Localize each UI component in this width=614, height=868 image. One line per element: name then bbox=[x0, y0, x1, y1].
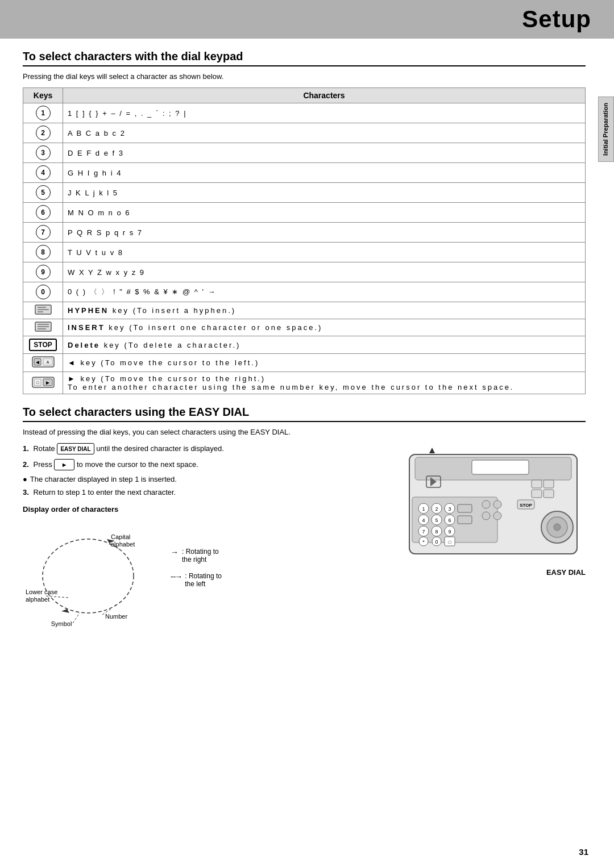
section2-body: 1. Rotate EASY DIAL until the desired ch… bbox=[23, 443, 586, 633]
svg-point-61 bbox=[482, 500, 490, 508]
char-cell: Delete key (To delete a character.) bbox=[63, 336, 586, 354]
svg-text:1: 1 bbox=[422, 506, 425, 512]
table-row: 2A B C a b c 2 bbox=[23, 123, 586, 143]
char-cell: 1 [ ] { } + – / = , . _ ` : ; ? | bbox=[63, 103, 586, 123]
steps-list: 1. Rotate EASY DIAL until the desired ch… bbox=[23, 443, 381, 496]
svg-text:►: ► bbox=[45, 379, 51, 386]
table-row: INSERT key (To insert one character or o… bbox=[23, 319, 586, 336]
table-row: 00 ( ) 〈 〉 ! " # $ % & ¥ ∗ @ ^ ' → bbox=[23, 282, 586, 302]
key-cell: 1 bbox=[23, 103, 63, 123]
svg-text:9: 9 bbox=[448, 529, 451, 535]
svg-text:*: * bbox=[422, 539, 425, 545]
page-title: Setup bbox=[0, 6, 591, 33]
svg-text:0: 0 bbox=[435, 539, 438, 545]
svg-text:5: 5 bbox=[435, 518, 438, 523]
section2-left: 1. Rotate EASY DIAL until the desired ch… bbox=[23, 443, 381, 633]
key-cell: 9 bbox=[23, 262, 63, 282]
rotating-left-label: : Rotating tothe left bbox=[185, 572, 222, 588]
svg-rect-38 bbox=[458, 504, 472, 512]
page-header: Setup bbox=[0, 0, 614, 39]
legend-right: → : Rotating tothe right bbox=[171, 548, 222, 564]
step-3: 3. Return to step 1 to enter the next ch… bbox=[23, 488, 381, 496]
svg-point-62 bbox=[493, 500, 501, 508]
svg-point-64 bbox=[493, 512, 501, 520]
device-diagram: 1 2 3 4 5 6 bbox=[404, 443, 586, 568]
key-cell: 6 bbox=[23, 203, 63, 223]
arrow-right-key: ► bbox=[54, 459, 74, 470]
char-cell: P Q R S p q r s 7 bbox=[63, 223, 586, 243]
key-cell: 7 bbox=[23, 223, 63, 243]
section2-title: To select characters using the EASY DIAL bbox=[23, 406, 586, 422]
char-cell: 0 ( ) 〈 〉 ! " # $ % & ¥ ∗ @ ^ ' → bbox=[63, 282, 586, 302]
table-row: 3D E F d e f 3 bbox=[23, 143, 586, 163]
svg-text:6: 6 bbox=[448, 518, 451, 523]
svg-rect-67 bbox=[532, 490, 542, 498]
svg-text:3: 3 bbox=[448, 506, 451, 512]
table-row: 9W X Y Z w x y z 9 bbox=[23, 262, 586, 282]
svg-text:2: 2 bbox=[435, 506, 438, 512]
arrow-left-dashed-icon: - -→ bbox=[171, 572, 181, 581]
number-label: Number bbox=[105, 613, 127, 620]
step-1: 1. Rotate EASY DIAL until the desired ch… bbox=[23, 443, 381, 454]
char-cell: D E F d e f 3 bbox=[63, 143, 586, 163]
char-cell: HYPHEN key (To insert a hyphen.) bbox=[63, 302, 586, 319]
svg-text:□: □ bbox=[449, 540, 451, 545]
section2-right: 1 2 3 4 5 6 bbox=[392, 443, 586, 633]
svg-marker-30 bbox=[429, 448, 435, 453]
svg-marker-20 bbox=[61, 609, 69, 613]
svg-text:◄: ◄ bbox=[35, 359, 40, 365]
svg-line-26 bbox=[73, 613, 80, 623]
svg-rect-45 bbox=[458, 516, 472, 524]
svg-text:STOP: STOP bbox=[520, 503, 532, 508]
table-row: 11 [ ] { } + – / = , . _ ` : ; ? | bbox=[23, 103, 586, 123]
char-cell: G H I g h i 4 bbox=[63, 163, 586, 183]
easy-dial-key: EASY DIAL bbox=[57, 443, 94, 454]
key-cell: 5 bbox=[23, 183, 63, 203]
svg-text:A: A bbox=[46, 360, 49, 364]
display-order-title: Display order of characters bbox=[23, 505, 381, 514]
char-cell: ◄ key (To move the cursor to the left.) bbox=[63, 354, 586, 372]
section2: To select characters using the EASY DIAL… bbox=[23, 406, 586, 633]
svg-rect-65 bbox=[532, 480, 542, 488]
lower-case-label: Lower case bbox=[26, 589, 57, 595]
char-diagram-area: Capital alphabet Number Lower case alpha… bbox=[23, 519, 381, 633]
char-cell: W X Y Z w x y z 9 bbox=[63, 262, 586, 282]
char-cell: M N O m n o 6 bbox=[63, 203, 586, 223]
char-cell: A B C a b c 2 bbox=[63, 123, 586, 143]
capital-label: Capital bbox=[111, 533, 130, 540]
svg-rect-29 bbox=[472, 460, 529, 474]
svg-text:alphabet: alphabet bbox=[26, 596, 49, 603]
char-cell: ► key (To move the cursor to the right.)… bbox=[63, 372, 586, 394]
svg-text:8: 8 bbox=[435, 529, 438, 535]
arrow-right-icon: → bbox=[171, 548, 179, 557]
char-cell: INSERT key (To insert one character or o… bbox=[63, 319, 586, 336]
table-row: 4G H I g h i 4 bbox=[23, 163, 586, 183]
table-row: STOPDelete key (To delete a character.) bbox=[23, 336, 586, 354]
table-row: ◄A◄ key (To move the cursor to the left.… bbox=[23, 354, 586, 372]
table-header-keys: Keys bbox=[23, 88, 63, 103]
svg-point-18 bbox=[43, 539, 134, 613]
char-cell: T U V t u v 8 bbox=[63, 243, 586, 262]
page-number: 31 bbox=[579, 847, 588, 857]
key-cell: 4 bbox=[23, 163, 63, 183]
side-tab-initial-prep: Initial Preparation bbox=[598, 97, 614, 162]
diagram-legend: → : Rotating tothe right - -→ : Rotating… bbox=[171, 548, 222, 588]
svg-rect-68 bbox=[544, 490, 554, 498]
table-row: 7P Q R S p q r s 7 bbox=[23, 223, 586, 243]
table-row: HYPHEN key (To insert a hyphen.) bbox=[23, 302, 586, 319]
section2-intro: Instead of pressing the dial keys, you c… bbox=[23, 428, 586, 436]
svg-text:4: 4 bbox=[422, 518, 425, 523]
section1-subtitle: Pressing the dial keys will select a cha… bbox=[23, 72, 586, 81]
main-content: To select characters with the dial keypa… bbox=[0, 39, 614, 644]
key-cell bbox=[23, 302, 63, 319]
key-cell: 8 bbox=[23, 243, 63, 262]
key-cell: ◄A bbox=[23, 354, 63, 372]
svg-point-60 bbox=[554, 524, 561, 531]
svg-text:7: 7 bbox=[422, 529, 425, 535]
symbol-label: Symbol bbox=[51, 620, 72, 627]
key-cell: 2 bbox=[23, 123, 63, 143]
character-table: Keys Characters 11 [ ] { } + – / = , . _… bbox=[23, 87, 586, 394]
step-2: 2. Press ► to move the cursor to the nex… bbox=[23, 459, 381, 470]
table-row: 8T U V t u v 8 bbox=[23, 243, 586, 262]
key-cell: □► bbox=[23, 372, 63, 394]
